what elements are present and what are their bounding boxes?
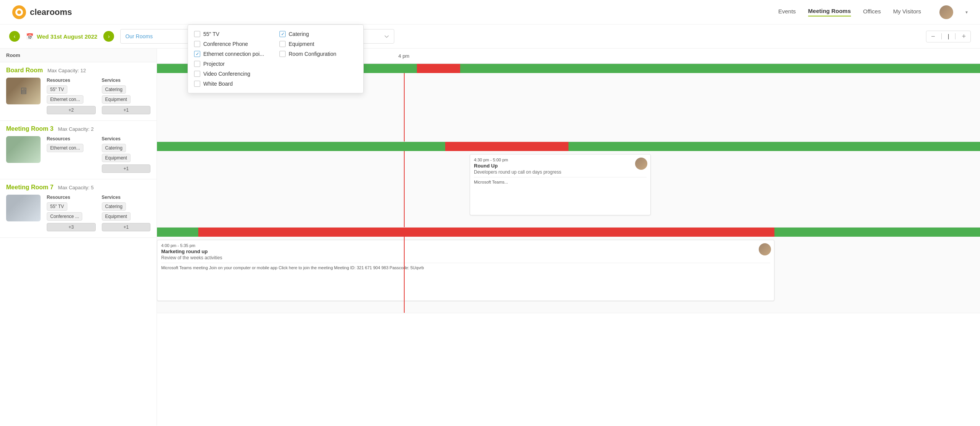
services-label-mr3: Services [102, 136, 151, 141]
zoom-divider2 [955, 33, 956, 39]
mr7-timeline[interactable]: 4:00 pm - 5:35 pm Marketing round up Rev… [157, 228, 980, 313]
services-col-mr7: Services Catering Equipment +1 [102, 195, 151, 231]
filter-whiteboard-label: White Board [203, 81, 233, 87]
filter-projector-checkbox[interactable] [194, 61, 200, 67]
service-tag-mr7-0: Catering [102, 202, 126, 211]
current-date: Wed 31st August 2022 [37, 33, 97, 40]
room-name-mr3[interactable]: Meeting Room 3 [6, 125, 54, 132]
left-panel: Room Board Room Max Capacity: 12 🖥 Resou… [0, 49, 157, 426]
resource-tag-mr3-0: Ethernet con... [47, 144, 83, 152]
booking-avatar-roundup [635, 158, 647, 170]
filter-catering-label: Catering [289, 31, 309, 37]
meta-cols-mr7: Resources 55" TV Conference ... +3 Servi… [47, 195, 150, 231]
avatar[interactable] [939, 5, 953, 19]
booking-divider-roundup [474, 177, 647, 177]
mr7-availability-bar [157, 228, 980, 237]
booking-card-roundup[interactable]: 4:30 pm - 5:00 pm Round Up Developers ro… [470, 154, 651, 215]
filter-whiteboard-checkbox[interactable] [194, 81, 200, 87]
filter-conference-phone-label: Conference Phone [203, 41, 248, 47]
main-nav: Events Meeting Rooms Offices My Visitors… [778, 5, 968, 19]
room-capacity-mr3: Max Capacity: 2 [58, 126, 94, 132]
filter-whiteboard[interactable]: White Board [194, 81, 272, 87]
filter-equipment-label: Equipment [289, 41, 314, 47]
resources-label-boardroom: Resources [47, 78, 96, 83]
toolbar: ‹ 📅 Wed 31st August 2022 › Our Rooms Fil… [0, 24, 980, 49]
filter-conference-phone-checkbox[interactable] [194, 41, 200, 47]
filter-room-config-checkbox[interactable] [279, 51, 286, 57]
zoom-in-button[interactable]: + [962, 33, 966, 41]
filter-equipment[interactable]: Equipment [279, 41, 357, 47]
booking-time-roundup: 4:30 pm - 5:00 pm [474, 158, 647, 162]
booking-divider-marketing [161, 263, 770, 263]
booking-link-roundup: Microsoft Teams... [474, 180, 647, 184]
next-date-button[interactable]: › [103, 31, 114, 42]
mr7-bar-green-1 [157, 228, 198, 237]
nav-my-visitors[interactable]: My Visitors [893, 8, 921, 16]
resources-col-mr3: Resources Ethernet con... [47, 136, 96, 173]
filter-55tv-checkbox[interactable] [194, 31, 200, 37]
mr3-bar-green-2 [568, 142, 980, 151]
filter-projector[interactable]: Projector [194, 61, 272, 67]
zoom-out-button[interactable]: − [931, 33, 935, 41]
meta-cols-mr3: Resources Ethernet con... Services Cater… [47, 136, 150, 173]
chevron-down-icon: ▾ [965, 10, 968, 15]
room-meta-mr3: Resources Ethernet con... Services Cater… [47, 136, 150, 173]
mr3-availability-bar [157, 142, 980, 151]
room-column-header: Room [0, 49, 157, 62]
resource-more-mr7[interactable]: +3 [47, 223, 96, 231]
filter-projector-label: Projector [203, 61, 225, 67]
calendar-icon: 📅 [26, 33, 34, 40]
resources-col-boardroom: Resources 55" TV Ethernet con... +2 [47, 78, 96, 114]
resource-more-boardroom[interactable]: +2 [47, 106, 96, 114]
booking-card-marketing[interactable]: 4:00 pm - 5:35 pm Marketing round up Rev… [157, 240, 774, 301]
mr3-booking-row[interactable]: 4:30 pm - 5:00 pm Round Up Developers ro… [157, 151, 980, 228]
logo-icon [12, 5, 26, 19]
filter-ethernet[interactable]: Ethernet connection poi... [194, 51, 272, 57]
rooms-dropdown-label: Our Rooms [125, 33, 153, 39]
service-tag-mr3-0: Catering [102, 144, 126, 152]
booking-title-marketing: Marketing round up [161, 249, 770, 254]
services-more-boardroom[interactable]: +1 [102, 106, 151, 114]
filter-equipment-checkbox[interactable] [279, 41, 286, 47]
booking-avatar-marketing [759, 243, 771, 255]
room-title-row-mr3: Meeting Room 3 Max Capacity: 2 [0, 121, 157, 132]
room-title-row-mr7: Meeting Room 7 Max Capacity: 5 [0, 179, 157, 191]
room-name-mr7[interactable]: Meeting Room 7 [6, 184, 54, 191]
services-more-mr7[interactable]: +1 [102, 223, 151, 231]
logo[interactable]: clearooms [12, 5, 72, 19]
room-card-boardroom: Board Room Max Capacity: 12 🖥 Resources … [0, 62, 157, 121]
filter-catering-checkbox[interactable] [279, 31, 286, 37]
booking-link-marketing: Microsoft Teams meeting Join on your com… [161, 265, 770, 270]
avatar-image [939, 5, 953, 19]
filter-video-conferencing-label: Video Conferencing [203, 71, 250, 77]
nav-meeting-rooms[interactable]: Meeting Rooms [808, 8, 851, 16]
svg-point-2 [17, 10, 21, 14]
room-name-boardroom[interactable]: Board Room [6, 67, 43, 74]
room-capacity-boardroom: Max Capacity: 12 [47, 68, 86, 73]
time-label-4pm: 4 pm [399, 53, 410, 59]
filter-conference-phone[interactable]: Conference Phone [194, 41, 272, 47]
nav-events[interactable]: Events [778, 8, 796, 16]
filter-ethernet-checkbox[interactable] [194, 51, 200, 57]
nav-offices[interactable]: Offices [863, 8, 881, 16]
room-photo-mr7 [6, 195, 41, 221]
resources-label-mr7: Resources [47, 195, 96, 200]
mr7-booking-row[interactable]: 4:00 pm - 5:35 pm Marketing round up Rev… [157, 237, 980, 313]
mr3-timeline[interactable]: 4:30 pm - 5:00 pm Round Up Developers ro… [157, 142, 980, 228]
filter-video-conferencing-checkbox[interactable] [194, 71, 200, 77]
filter-catering[interactable]: Catering [279, 31, 357, 37]
filter-video-conferencing[interactable]: Video Conferencing [194, 71, 272, 77]
zoom-indicator: | [948, 33, 949, 39]
booking-desc-marketing: Review of the weeks activities [161, 255, 770, 260]
room-title-row-boardroom: Board Room Max Capacity: 12 [0, 62, 157, 74]
room-meta-mr7: Resources 55" TV Conference ... +3 Servi… [47, 195, 150, 231]
prev-date-button[interactable]: ‹ [9, 31, 20, 42]
mr3-bar-green-1 [157, 142, 445, 151]
app-header: clearooms Events Meeting Rooms Offices M… [0, 0, 980, 24]
filter-55tv[interactable]: 55" TV [194, 31, 272, 37]
filter-room-config[interactable]: Room Configuration [279, 51, 357, 57]
tv-icon: 🖥 [19, 86, 28, 96]
resources-label-mr3: Resources [47, 136, 96, 141]
services-more-mr3[interactable]: +1 [102, 164, 151, 173]
main-content: Room Board Room Max Capacity: 12 🖥 Resou… [0, 49, 980, 426]
